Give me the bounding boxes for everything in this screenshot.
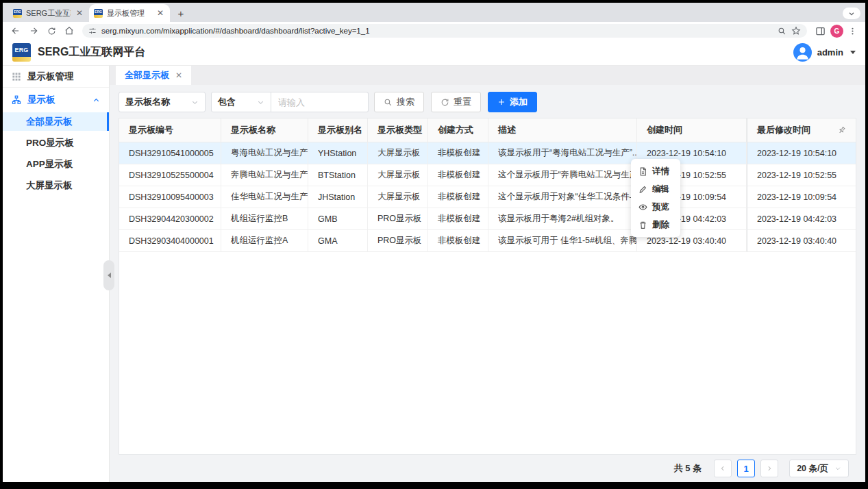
username-label[interactable]: admin: [817, 47, 843, 58]
sidebar-section-title[interactable]: 显示板管理: [3, 66, 109, 88]
cell-board-name: 机组运行监控B: [221, 208, 308, 230]
context-menu-item[interactable]: 详情: [631, 162, 680, 180]
tab-close-icon[interactable]: ✕: [156, 8, 165, 18]
table-row[interactable]: DSH32903404000001 机组运行监控A GMA PRO显示板 非模板…: [119, 230, 856, 252]
tab-close-icon[interactable]: ✕: [175, 71, 182, 80]
side-panel-icon[interactable]: [815, 26, 826, 36]
chevron-left-icon: [108, 273, 111, 278]
cell-board-id: DSH32904420300002: [119, 208, 221, 230]
search-button[interactable]: 搜索: [374, 92, 424, 112]
zoom-indicator-icon[interactable]: [778, 27, 786, 36]
table-row[interactable]: DSH32910095400003 佳华电站工况与生产 JHStation 大屏…: [119, 186, 856, 208]
pagination-total: 共 5 条: [674, 462, 702, 475]
eye-icon: [638, 203, 647, 212]
cell-board-name: 机组运行监控A: [221, 230, 308, 252]
table-row[interactable]: DSH32910541000005 粤海电站工况与生产 YHStation 大屏…: [119, 142, 856, 164]
cell-description: 该显示板可用于 佳华1-5#机组、奔腾...: [488, 230, 637, 252]
tab-close-icon[interactable]: ✕: [75, 8, 84, 18]
table-row[interactable]: DSH32904420300002 机组运行监控B GMB PRO显示板 非模板…: [119, 208, 856, 230]
cell-board-id: DSH32910541000005: [119, 142, 221, 164]
back-icon[interactable]: [8, 23, 23, 38]
sidebar-collapse-handle[interactable]: [103, 260, 114, 290]
plus-icon: [497, 98, 506, 106]
cell-board-alias: JHStation: [308, 186, 368, 208]
pagination: 共 5 条 1 20 条/页: [110, 455, 865, 482]
filter-operator-value: 包含: [218, 96, 236, 108]
column-header[interactable]: 创建方式: [428, 118, 488, 142]
column-header[interactable]: 显示板别名: [308, 118, 368, 142]
trash-icon: [638, 221, 647, 229]
sidebar-item[interactable]: 大屏显示板: [3, 176, 109, 195]
page-number-button[interactable]: 1: [737, 460, 755, 477]
browser-tab[interactable]: ERG SERG工业互联网平台 ✕: [8, 4, 89, 22]
reset-button[interactable]: 重置: [431, 92, 481, 112]
reset-button-label: 重置: [454, 96, 471, 108]
browser-profile-avatar[interactable]: G: [830, 25, 843, 38]
column-header[interactable]: 显示板名称: [221, 118, 308, 142]
serg-logo: ERG: [12, 43, 31, 62]
sidebar-item[interactable]: PRO显示板: [3, 134, 109, 152]
cell-board-type: PRO显示板: [368, 208, 428, 230]
sidebar-item[interactable]: 全部显示板: [3, 112, 109, 131]
column-header[interactable]: 显示板编号: [119, 118, 221, 142]
prev-page-button[interactable]: [714, 460, 732, 477]
user-avatar-icon[interactable]: [793, 43, 812, 62]
context-menu-item[interactable]: 编辑: [631, 180, 680, 198]
serg-favicon: ERG: [94, 9, 103, 18]
add-button-label: 添加: [510, 96, 528, 108]
page-size-value: 20 条/页: [797, 463, 828, 475]
column-header[interactable]: 显示板类型: [368, 118, 428, 142]
context-menu-item-label: 删除: [652, 219, 669, 231]
context-menu-item[interactable]: 删除: [631, 216, 680, 234]
main-content: 全部显示板 ✕ 显示板名称 包含 搜索: [110, 66, 865, 482]
forward-icon[interactable]: [26, 23, 41, 38]
browser-menu-icon[interactable]: [848, 27, 857, 36]
screen: ERG SERG工业互联网平台 ✕ ERG 显示板管理 ✕ + serg.mix…: [0, 0, 868, 489]
next-page-button[interactable]: [760, 460, 778, 477]
cell-board-id: DSH32910525500004: [119, 164, 221, 186]
cell-board-alias: GMB: [308, 208, 368, 230]
bookmark-star-icon[interactable]: [791, 26, 801, 36]
context-menu-item-label: 详情: [652, 166, 669, 177]
cell-modified-time: 2023-12-19 10:54:10: [747, 142, 856, 164]
app-header: ERG SERG工业互联网平台 admin: [3, 40, 865, 66]
cell-board-type: 大屏显示板: [368, 186, 428, 208]
chevron-left-icon: [719, 465, 726, 472]
tab-search-button[interactable]: [843, 8, 860, 19]
filter-field-select[interactable]: 显示板名称: [119, 92, 206, 112]
browser-tab-title: 显示板管理: [107, 8, 151, 18]
filter-keyword-input[interactable]: [271, 92, 369, 112]
cell-board-id: DSH32903404000001: [119, 230, 221, 252]
browser-tab[interactable]: ERG 显示板管理 ✕: [89, 4, 170, 22]
serg-favicon: ERG: [13, 9, 22, 18]
pushpin-icon[interactable]: [835, 124, 847, 136]
sidebar-group-dashboards[interactable]: 显示板: [3, 88, 109, 112]
context-menu-item[interactable]: 预览: [631, 198, 680, 216]
site-settings-icon[interactable]: [88, 27, 97, 35]
filter-operator-select[interactable]: 包含: [211, 92, 271, 112]
table-row[interactable]: DSH32910525500004 奔腾电站工况与生产 BTStation 大屏…: [119, 164, 856, 186]
hierarchy-icon: [12, 95, 21, 105]
url-text[interactable]: serg.mixyun.com/mixapplication/#/dashboa…: [101, 27, 773, 35]
page-size-select[interactable]: 20 条/页: [789, 460, 849, 477]
browser-window: ERG SERG工业互联网平台 ✕ ERG 显示板管理 ✕ + serg.mix…: [3, 3, 865, 482]
url-field[interactable]: serg.mixyun.com/mixapplication/#/dashboa…: [82, 24, 807, 38]
page-tab-all-dashboards[interactable]: 全部显示板 ✕: [116, 66, 191, 85]
cell-board-id: DSH32910095400003: [119, 186, 221, 208]
cell-description: 该显示板用于粤海2#机组对象。: [488, 208, 637, 230]
column-header[interactable]: 描述: [488, 118, 637, 142]
cell-description: 这个显示板用于“奔腾电站工况与生产...: [488, 164, 637, 186]
search-icon: [384, 98, 393, 107]
column-header[interactable]: 最后修改时间: [747, 118, 856, 142]
dashboard-table: 显示板编号 显示板名称 显示板别名 显示板类型 创建方式 描述 创建时间 最后修…: [119, 118, 856, 455]
sidebar-item[interactable]: APP显示板: [3, 155, 109, 173]
home-icon[interactable]: [62, 23, 77, 38]
add-button[interactable]: 添加: [488, 92, 537, 112]
cell-create-method: 非模板创建: [428, 164, 488, 186]
user-menu[interactable]: admin: [793, 43, 856, 62]
new-tab-button[interactable]: +: [173, 5, 189, 21]
search-button-label: 搜索: [397, 96, 414, 108]
table-header-row: 显示板编号 显示板名称 显示板别名 显示板类型 创建方式 描述 创建时间 最后修…: [119, 118, 856, 142]
column-header[interactable]: 创建时间: [637, 118, 747, 142]
reload-icon[interactable]: [44, 23, 59, 38]
